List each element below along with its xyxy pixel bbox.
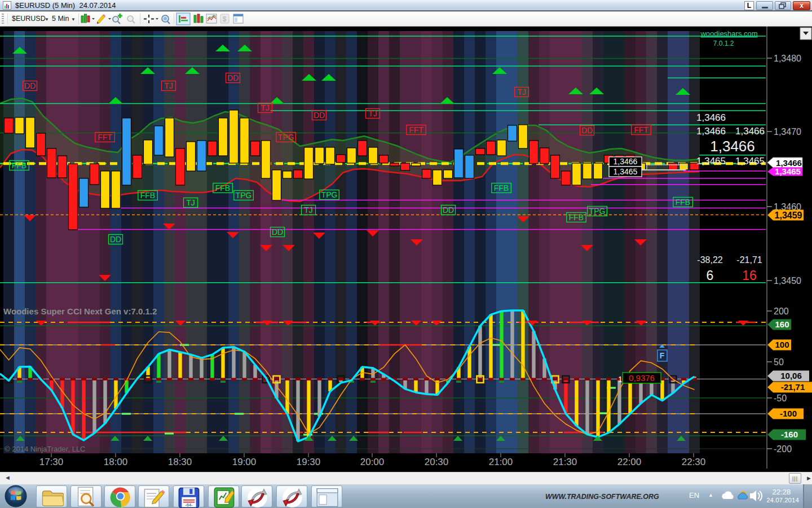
svg-text:21:00: 21:00 (489, 457, 513, 467)
svg-text:1,3466: 1,3466 (735, 126, 765, 137)
svg-text:16: 16 (742, 268, 757, 283)
svg-text:6: 6 (707, 268, 714, 283)
svg-text:DD: DD (227, 73, 239, 82)
svg-text:TJ: TJ (368, 109, 377, 118)
svg-text:woodieshars.com: woodieshars.com (700, 29, 757, 38)
svg-text:F: F (660, 351, 665, 360)
svg-text:1,3459: 1,3459 (775, 211, 802, 220)
svg-text:1,3470: 1,3470 (774, 127, 801, 137)
svg-text:1,3466: 1,3466 (710, 138, 755, 155)
svg-text:1,3465: 1,3465 (696, 156, 726, 167)
svg-text:FFT: FFT (98, 133, 112, 142)
svg-text:1,3450: 1,3450 (774, 276, 801, 286)
svg-text:18:00: 18:00 (104, 457, 128, 467)
svg-text:© 2014 NinjaTrader, LLC: © 2014 NinjaTrader, LLC (5, 445, 86, 453)
svg-text:Woodies Super CCI Next Gen v:7: Woodies Super CCI Next Gen v:7.0.1.2 (3, 306, 157, 316)
svg-text:DD: DD (110, 235, 121, 244)
svg-text:FFB: FFB (215, 183, 230, 192)
svg-text:100: 100 (775, 340, 789, 349)
svg-text:17:30: 17:30 (39, 457, 64, 467)
svg-text:FFB: FFB (140, 191, 155, 200)
svg-text:TJ: TJ (517, 87, 526, 97)
svg-text:-200: -200 (774, 444, 792, 454)
svg-text:7.0.1.2: 7.0.1.2 (713, 40, 734, 47)
svg-text:20:00: 20:00 (360, 457, 385, 467)
svg-text:$: $ (223, 15, 227, 23)
svg-text:TJ: TJ (164, 81, 173, 90)
svg-text:FFB: FFB (12, 161, 27, 170)
svg-text:1,3466: 1,3466 (696, 112, 726, 123)
svg-text:22:30: 22:30 (682, 457, 706, 467)
svg-text:DD: DD (272, 227, 283, 237)
svg-text:TPG: TPG (278, 133, 294, 142)
svg-text:DD: DD (443, 205, 454, 214)
svg-text:1,3466: 1,3466 (696, 126, 726, 137)
svg-text:1: 1 (618, 375, 623, 384)
svg-text:19:00: 19:00 (232, 457, 257, 467)
svg-text:TPG: TPG (321, 190, 338, 199)
svg-text:1,3465: 1,3465 (614, 167, 638, 176)
svg-text:-38,22: -38,22 (697, 255, 722, 265)
svg-text:-100: -100 (780, 409, 797, 418)
svg-text:FFB: FFB (676, 198, 690, 207)
svg-text:1,3466: 1,3466 (614, 157, 638, 166)
svg-text:50: 50 (774, 357, 784, 367)
svg-text:19:30: 19:30 (297, 457, 321, 467)
svg-text:-21,71: -21,71 (736, 255, 762, 265)
svg-text:DD: DD (314, 111, 325, 120)
svg-text:21:30: 21:30 (553, 457, 577, 467)
svg-text:TJ: TJ (186, 198, 195, 207)
svg-text:FFB: FFB (494, 183, 509, 192)
svg-text:0,9376: 0,9376 (629, 373, 655, 383)
svg-text:DD: DD (581, 126, 593, 135)
svg-text:FFB: FFB (569, 213, 584, 222)
svg-text:-50: -50 (774, 393, 787, 403)
svg-text:TPG: TPG (589, 207, 606, 216)
svg-text:20:30: 20:30 (425, 457, 449, 467)
svg-text:22:00: 22:00 (617, 457, 642, 467)
svg-text:1,3465: 1,3465 (735, 156, 765, 167)
svg-text:FFT: FFT (409, 125, 423, 134)
svg-text:1,3465: 1,3465 (775, 167, 801, 176)
svg-text:200: 200 (774, 306, 789, 316)
svg-text:18:30: 18:30 (168, 457, 192, 467)
svg-text:-21,71: -21,71 (781, 382, 805, 392)
svg-text:DD: DD (24, 81, 36, 90)
svg-text:160: 160 (775, 319, 789, 329)
svg-text:TJ: TJ (261, 103, 270, 112)
svg-text:10,06: 10,06 (780, 371, 802, 380)
svg-text:TPG: TPG (236, 191, 252, 200)
svg-text:1,3480: 1,3480 (774, 54, 801, 63)
svg-text:FFT: FFT (634, 125, 648, 134)
svg-text:-160: -160 (781, 430, 798, 439)
svg-text:TJ: TJ (304, 205, 313, 214)
svg-text:-64-: -64- (185, 502, 193, 507)
